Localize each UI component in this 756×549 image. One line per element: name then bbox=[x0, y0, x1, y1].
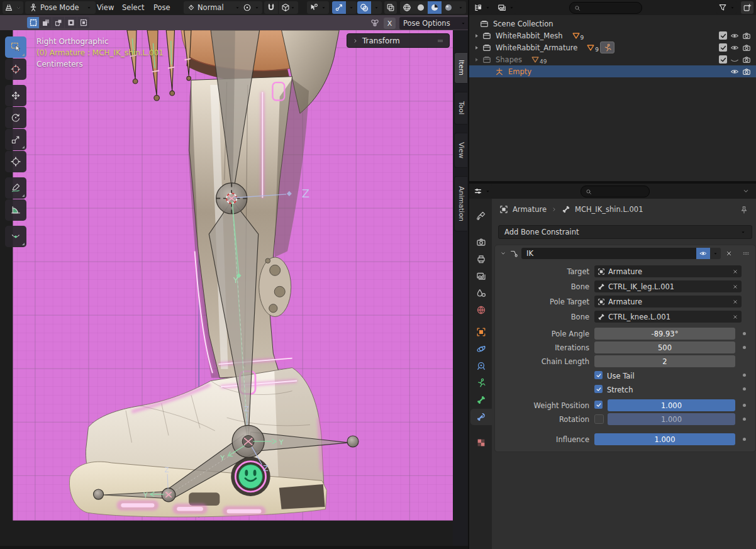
properties-search-input[interactable] bbox=[595, 188, 645, 196]
shading-rendered-button[interactable] bbox=[442, 1, 455, 14]
tab-object[interactable] bbox=[470, 324, 492, 340]
pin-icon[interactable] bbox=[740, 206, 748, 214]
transform-panel-header[interactable]: Transform bbox=[347, 33, 450, 48]
tab-render[interactable] bbox=[470, 234, 492, 250]
snap-target-dropdown[interactable] bbox=[278, 1, 298, 14]
animate-decorator[interactable] bbox=[743, 332, 746, 335]
disclosure-triangle-icon[interactable] bbox=[474, 33, 480, 39]
chain-length-slider[interactable]: 2 bbox=[594, 355, 735, 367]
new-collection-button[interactable] bbox=[741, 1, 753, 14]
animate-decorator[interactable] bbox=[743, 374, 746, 377]
camera-render-icon[interactable] bbox=[742, 31, 751, 40]
exclude-checkbox[interactable] bbox=[719, 43, 727, 52]
overlays-toggle-button[interactable] bbox=[357, 1, 371, 14]
animate-decorator[interactable] bbox=[743, 438, 746, 441]
outliner-display-mode-button[interactable] bbox=[496, 1, 516, 14]
stretch-checkbox[interactable] bbox=[594, 385, 603, 393]
pole-angle-slider[interactable]: -89.93° bbox=[594, 328, 735, 340]
shading-dropdown[interactable] bbox=[455, 1, 466, 14]
menu-pose[interactable]: Pose bbox=[150, 1, 174, 14]
object-type-visibility-dropdown[interactable] bbox=[307, 1, 329, 14]
snap-toggle-button[interactable] bbox=[264, 1, 278, 14]
clear-x-icon[interactable] bbox=[732, 314, 738, 320]
iterations-slider[interactable]: 500 bbox=[594, 341, 735, 353]
tool-measure[interactable] bbox=[5, 199, 26, 221]
eye-closed-icon[interactable] bbox=[730, 55, 739, 64]
pose-options-dropdown[interactable]: Pose Options bbox=[399, 17, 470, 30]
menu-select[interactable]: Select bbox=[118, 1, 148, 14]
tab-bone[interactable] bbox=[470, 392, 492, 408]
animate-decorator[interactable] bbox=[743, 404, 746, 407]
weight-position-checkbox[interactable] bbox=[594, 401, 603, 409]
rotation-checkbox[interactable] bbox=[594, 414, 604, 424]
chevron-down-icon[interactable] bbox=[742, 187, 750, 195]
pivot-point-dropdown[interactable] bbox=[240, 1, 262, 14]
select-mode-intersect-button[interactable] bbox=[77, 17, 89, 28]
camera-render-icon[interactable] bbox=[742, 43, 751, 52]
tab-bone-constraints[interactable] bbox=[470, 409, 492, 425]
tool-cursor[interactable] bbox=[5, 58, 26, 80]
outliner-filter-button[interactable] bbox=[716, 1, 737, 14]
select-mode-new-button[interactable] bbox=[27, 17, 39, 28]
constraint-enable-eye-button[interactable] bbox=[696, 248, 710, 259]
editor-type-button[interactable] bbox=[3, 1, 23, 14]
tool-rotate[interactable] bbox=[5, 107, 26, 128]
chevron-down-icon[interactable] bbox=[500, 250, 506, 257]
menu-view[interactable]: View bbox=[93, 1, 118, 14]
influence-slider[interactable]: 1.000 bbox=[594, 433, 735, 445]
disclosure-triangle-icon[interactable] bbox=[474, 45, 480, 51]
outliner-row-armature-collection[interactable]: WhiteRabbit_Armature 9 bbox=[469, 42, 756, 53]
exclude-checkbox[interactable] bbox=[719, 31, 727, 40]
clear-x-icon[interactable] bbox=[732, 269, 738, 275]
overlays-dropdown[interactable] bbox=[371, 1, 382, 14]
animate-decorator[interactable] bbox=[743, 346, 746, 349]
sidebar-tab-item[interactable]: Item bbox=[454, 52, 467, 84]
mode-dropdown[interactable]: Pose Mode bbox=[25, 1, 96, 14]
tab-physics[interactable] bbox=[470, 341, 492, 357]
clear-x-icon[interactable] bbox=[732, 284, 738, 290]
drag-grip-icon[interactable] bbox=[742, 249, 750, 258]
sidebar-tab-tool[interactable]: Tool bbox=[454, 92, 467, 125]
properties-search[interactable] bbox=[581, 186, 650, 197]
mirror-x-toggle[interactable]: X bbox=[384, 18, 396, 29]
outliner-row-scene-collection[interactable]: Scene Collection bbox=[469, 18, 756, 30]
eye-icon[interactable] bbox=[730, 31, 739, 40]
viewport-canvas[interactable]: Z Y Y Y Y Z Z Z Right Orthographic (0) A… bbox=[0, 30, 468, 549]
rotation-slider[interactable]: 1.000 bbox=[608, 413, 735, 425]
animate-decorator[interactable] bbox=[743, 387, 746, 391]
eye-icon[interactable] bbox=[730, 67, 739, 76]
camera-render-icon[interactable] bbox=[742, 55, 751, 64]
tool-move[interactable] bbox=[5, 85, 26, 106]
outliner-editor-type-button[interactable] bbox=[472, 1, 492, 14]
tab-view-layer[interactable] bbox=[470, 268, 492, 284]
xray-toggle-button[interactable] bbox=[384, 1, 397, 14]
weight-position-slider[interactable]: 1.000 bbox=[608, 399, 735, 411]
outliner-row-shapes-collection[interactable]: Shapes 49 bbox=[469, 53, 756, 65]
constraint-extras-dropdown[interactable] bbox=[710, 248, 721, 259]
tab-tool[interactable] bbox=[470, 208, 492, 224]
disclosure-triangle-icon[interactable] bbox=[474, 57, 480, 63]
outliner-row-mesh-collection[interactable]: WhiteRabbit_Mesh 9 bbox=[469, 30, 756, 42]
gizmos-dropdown[interactable] bbox=[346, 1, 357, 14]
outliner-search[interactable] bbox=[569, 2, 642, 14]
select-mode-invert-button[interactable] bbox=[65, 17, 77, 28]
tab-output[interactable] bbox=[470, 251, 492, 267]
eye-icon[interactable] bbox=[730, 43, 739, 52]
outliner-search-input[interactable] bbox=[584, 4, 637, 12]
tab-world[interactable] bbox=[470, 302, 492, 318]
tab-object-data-armature[interactable] bbox=[470, 375, 492, 391]
tool-select-box[interactable] bbox=[5, 36, 26, 58]
tool-scale[interactable] bbox=[5, 129, 26, 150]
add-bone-constraint-button[interactable]: Add Bone Constraint bbox=[498, 225, 752, 239]
properties-editor-type-button[interactable] bbox=[472, 185, 492, 197]
tab-texture[interactable] bbox=[470, 435, 492, 451]
transform-orientation-dropdown[interactable]: Normal bbox=[184, 1, 244, 14]
target-field[interactable]: Armature bbox=[594, 265, 742, 277]
camera-render-icon[interactable] bbox=[742, 67, 751, 76]
tool-pose-breakdowner[interactable] bbox=[5, 226, 26, 247]
shading-wireframe-button[interactable] bbox=[400, 1, 414, 14]
bone-field[interactable]: CTRL_IK_leg.L.001 bbox=[594, 280, 742, 292]
breadcrumb-object[interactable]: Armature bbox=[513, 205, 547, 214]
sidebar-tab-view[interactable]: View bbox=[454, 133, 467, 168]
tool-annotate[interactable] bbox=[5, 177, 26, 199]
